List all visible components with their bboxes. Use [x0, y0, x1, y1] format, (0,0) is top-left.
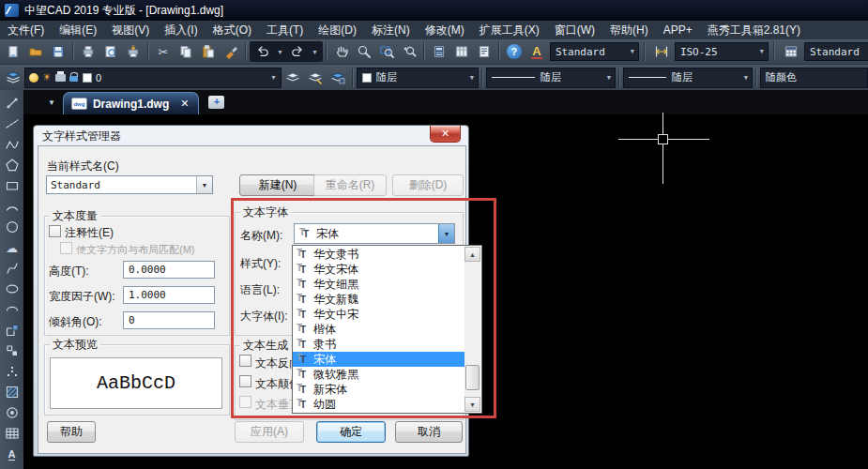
- save-button[interactable]: [47, 41, 69, 62]
- undo-dropdown-arrow-icon[interactable]: ▼: [274, 49, 286, 55]
- apply-button[interactable]: 应用(A): [235, 421, 304, 443]
- zoom-previous-button[interactable]: [398, 41, 420, 62]
- tab-list-button[interactable]: ▼: [40, 98, 63, 107]
- spline-button[interactable]: [2, 258, 23, 279]
- paste-button[interactable]: [197, 41, 220, 62]
- layer-isolate-button[interactable]: [327, 68, 349, 88]
- menu-item[interactable]: APP+: [656, 21, 700, 39]
- menu-item[interactable]: 修改(M): [418, 21, 472, 39]
- menu-item[interactable]: 格式(O): [206, 21, 259, 39]
- dim-style-combo[interactable]: ISO-25 ▼: [675, 42, 769, 61]
- cloud-icon: ☁: [6, 242, 18, 254]
- print-button[interactable]: [77, 41, 99, 62]
- menu-item[interactable]: 绘图(D): [311, 21, 364, 39]
- cancel-button[interactable]: 取消: [395, 421, 463, 443]
- scissors-icon: ✂: [159, 46, 169, 58]
- plot-button[interactable]: [122, 41, 145, 62]
- table-button[interactable]: [2, 423, 23, 444]
- layer-plot-icon[interactable]: [55, 74, 66, 82]
- menu-item[interactable]: 插入(I): [157, 21, 205, 39]
- menu-item[interactable]: 工具(T): [259, 21, 311, 39]
- lineweight-combo[interactable]: 随层 ▼: [623, 68, 753, 88]
- menu-item[interactable]: 标注(N): [364, 21, 418, 39]
- polyline-button[interactable]: [2, 134, 23, 155]
- redo-dropdown-arrow-icon[interactable]: ▼: [309, 49, 321, 55]
- pan-button[interactable]: [330, 41, 353, 62]
- toolbar-separator: [755, 68, 757, 87]
- mtext-button[interactable]: A: [2, 444, 23, 464]
- rename-style-button[interactable]: 重命名(R): [313, 174, 387, 196]
- construction-line-button[interactable]: [2, 113, 23, 134]
- zoom-realtime-button[interactable]: [353, 41, 375, 62]
- crosshair-vertical: [662, 113, 663, 184]
- menu-item[interactable]: 帮助(H): [602, 21, 656, 39]
- print-preview-button[interactable]: [99, 41, 122, 62]
- layer-thaw-sun-icon[interactable]: ☀: [42, 72, 52, 83]
- hatch-button[interactable]: [2, 382, 23, 402]
- point-button[interactable]: [2, 361, 23, 382]
- menu-item[interactable]: 窗口(W): [547, 21, 602, 39]
- cut-button[interactable]: ✂: [152, 41, 175, 62]
- undo-redo-group: ▼ ▼: [250, 41, 323, 62]
- ellipse-button[interactable]: [2, 279, 23, 299]
- datasheet-button[interactable]: [450, 41, 473, 62]
- oblique-angle-input[interactable]: [123, 311, 215, 329]
- dropdown-arrow-icon[interactable]: ▼: [196, 176, 212, 193]
- annotative-checkbox[interactable]: [49, 225, 61, 237]
- line-button[interactable]: [2, 93, 23, 113]
- table-style-combo[interactable]: Standard ▼: [804, 42, 868, 61]
- menu-item[interactable]: 燕秀工具箱2.81(Y): [700, 21, 808, 39]
- layer-previous-button[interactable]: [282, 68, 304, 88]
- report-button[interactable]: [473, 41, 495, 62]
- match-layout-checkbox[interactable]: [60, 242, 72, 254]
- rectangle-button[interactable]: [2, 175, 23, 196]
- table-style-value: Standard: [810, 46, 860, 58]
- layer-on-bulb-icon[interactable]: [29, 73, 38, 83]
- donut-button[interactable]: [2, 402, 23, 423]
- height-input[interactable]: [123, 261, 215, 279]
- dialog-close-button[interactable]: ✕: [430, 126, 461, 143]
- linetype-combo[interactable]: 随层 ▼: [486, 68, 616, 88]
- new-style-button[interactable]: 新建(N): [239, 174, 316, 196]
- revision-cloud-button[interactable]: ☁: [2, 237, 23, 258]
- dim-style-value: ISO-25: [680, 46, 718, 58]
- tab-drawing1[interactable]: dwg Drawing1.dwg ✕: [63, 92, 200, 114]
- menu-item[interactable]: 文件(F): [0, 21, 52, 39]
- toolbar-separator: [644, 42, 646, 61]
- undo-button[interactable]: [251, 41, 274, 62]
- standard-toolbar: ✂ ▼ ▼ ? A Standard ▼: [0, 39, 868, 64]
- menu-item[interactable]: 视图(V): [104, 21, 157, 39]
- create-block-button[interactable]: [2, 340, 23, 361]
- help-dialog-button[interactable]: 帮助: [47, 421, 96, 443]
- width-factor-input[interactable]: [123, 286, 215, 304]
- delete-style-button[interactable]: 删除(D): [392, 174, 464, 196]
- current-style-combo[interactable]: Standard ▼: [46, 175, 213, 194]
- new-button[interactable]: [2, 41, 24, 62]
- new-tab-button[interactable]: +: [208, 96, 224, 109]
- layer-manager-button[interactable]: [2, 68, 24, 88]
- layer-state-combo[interactable]: ☀ 0 ▼: [24, 68, 282, 88]
- circle-button[interactable]: [2, 217, 23, 237]
- zoom-window-button[interactable]: [375, 41, 398, 62]
- ok-button[interactable]: 确定: [316, 421, 386, 443]
- menu-item[interactable]: 扩展工具(X): [472, 21, 547, 39]
- layer-states-button[interactable]: [304, 68, 327, 88]
- copy-button[interactable]: [175, 41, 197, 62]
- plot-style-combo[interactable]: 随颜色: [760, 68, 868, 88]
- arc-button[interactable]: [2, 196, 23, 217]
- layer-color-swatch[interactable]: [83, 73, 92, 83]
- calculator-button[interactable]: [428, 41, 450, 62]
- layer-lock-icon[interactable]: [69, 72, 79, 83]
- color-combo[interactable]: 随层 ▼: [357, 68, 479, 88]
- tab-close-icon[interactable]: ✕: [180, 98, 189, 110]
- polygon-button[interactable]: [2, 155, 23, 175]
- ellipse-arc-button[interactable]: [2, 299, 23, 320]
- plot-style-value: 随颜色: [766, 70, 797, 84]
- help-button[interactable]: ?: [503, 41, 525, 62]
- open-button[interactable]: [24, 41, 47, 62]
- menu-item[interactable]: 编辑(E): [52, 21, 104, 39]
- text-style-combo[interactable]: Standard ▼: [550, 42, 639, 61]
- insert-block-button[interactable]: [2, 320, 23, 340]
- redo-button[interactable]: [286, 41, 309, 62]
- format-painter-button[interactable]: [220, 41, 242, 62]
